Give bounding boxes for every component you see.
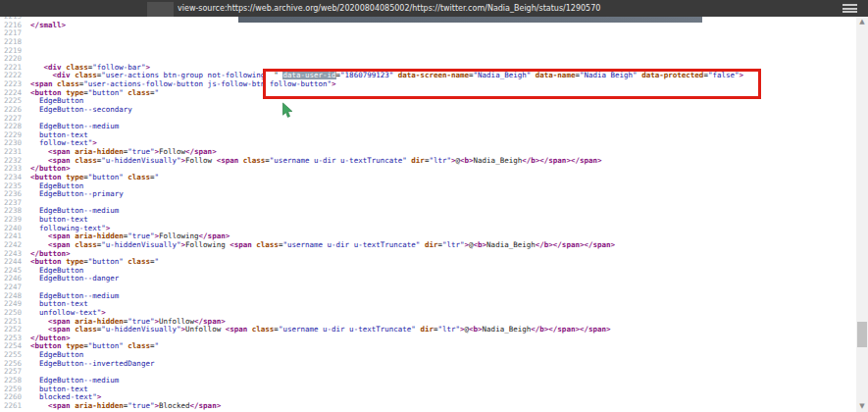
scrollbar-thumb[interactable]: [857, 322, 867, 347]
scroll-up-icon[interactable]: ▲: [856, 17, 868, 27]
code-line: 2259 button-text: [0, 386, 856, 394]
code-text: <span class="u-hiddenVisually">Following…: [30, 241, 615, 250]
code-line: 2237: [0, 199, 856, 208]
cursor-arrow-icon: [281, 102, 293, 119]
code-line: 2252 <span class="u-hiddenVisually">Unfo…: [0, 326, 856, 335]
code-line: 2256 EdgeButton--invertedDanger: [0, 360, 856, 369]
code-line: 2248 EdgeButton--medium: [0, 292, 856, 301]
code-line: 2217: [0, 29, 856, 38]
scroll-down-icon[interactable]: ▼: [856, 401, 868, 412]
code-line: 2234<button type="button" class=": [0, 174, 856, 182]
code-line: 2224<button type="button" class=": [0, 89, 856, 98]
code-line: 2254<button type="button" class=": [0, 342, 856, 351]
code-line: 2249 button-text: [0, 300, 856, 309]
source-code: 22152216</small>22172218221922202221 <di…: [0, 13, 856, 412]
code-line: 2226 EdgeButton--secondary: [0, 106, 856, 115]
hamburger-menu-icon[interactable]: [841, 3, 859, 15]
code-line: 2235 EdgeButton: [0, 182, 856, 191]
code-line: 2257: [0, 368, 856, 377]
code-text: EdgeButton--danger: [30, 275, 119, 283]
code-line: 2239 button-text: [0, 216, 856, 225]
titlebar-substrip: [238, 17, 702, 23]
code-line: 2236 EdgeButton--primary: [0, 190, 856, 199]
code-text: EdgeButton--primary: [30, 190, 124, 199]
code-line: 2247: [0, 283, 856, 292]
code-line: 2246 EdgeButton--danger: [0, 275, 856, 283]
code-line: 2219: [0, 47, 856, 56]
code-text: <span class="u-hiddenVisually">Unfollow …: [30, 326, 611, 335]
code-line: 2242 <span class="u-hiddenVisually">Foll…: [0, 241, 856, 250]
code-line: 2227: [0, 115, 856, 124]
code-line: 2245 EdgeButton: [0, 267, 856, 276]
code-text: <span class="u-hiddenVisually">Follow <s…: [30, 157, 602, 166]
code-line: 2258 EdgeButton--medium: [0, 377, 856, 386]
code-line: 2238 EdgeButton--medium: [0, 207, 856, 216]
code-line: 2229 button-text: [0, 131, 856, 140]
code-line: 2228 EdgeButton--medium: [0, 123, 856, 131]
code-line: 2218: [0, 38, 856, 47]
view-source-page: 22152216</small>22172218221922202221 <di…: [0, 0, 868, 412]
code-text: <span aria-hidden="true">Blocked</span>: [30, 402, 221, 411]
line-number: 2261: [0, 402, 30, 411]
code-text: </small>: [30, 22, 66, 30]
vertical-scrollbar[interactable]: ▲ ▼: [856, 17, 868, 412]
code-text: EdgeButton--secondary: [30, 106, 132, 115]
code-line: 2232 <span class="u-hiddenVisually">Foll…: [0, 157, 856, 166]
code-line: 2244<button type="button" class=": [0, 258, 856, 267]
titlebar-tab-box: [147, 2, 174, 17]
address-url-text[interactable]: view-source:https://web.archive.org/web/…: [178, 3, 786, 15]
code-line: 2261 <span aria-hidden="true">Blocked</s…: [0, 402, 856, 411]
code-text: EdgeButton--invertedDanger: [30, 360, 154, 369]
browser-titlebar: view-source:https://web.archive.org/web/…: [0, 0, 868, 17]
